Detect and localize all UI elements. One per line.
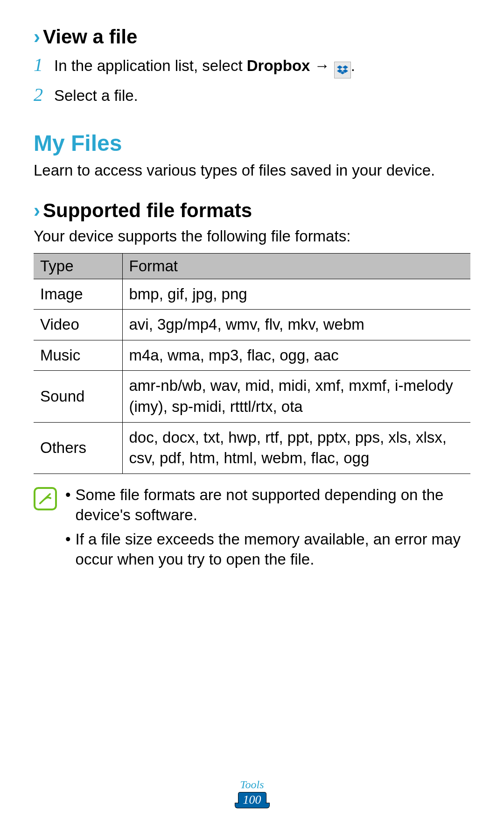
table-row: Video avi, 3gp/mp4, wmv, flv, mkv, webm — [34, 310, 470, 340]
heading-my-files: My Files — [34, 130, 470, 156]
note-list: • Some file formats are not supported de… — [65, 485, 470, 575]
table-row: Music m4a, wma, mp3, flac, ogg, aac — [34, 340, 470, 371]
heading-view-a-file: › View a file — [34, 26, 470, 48]
bullet-icon: • — [65, 485, 71, 525]
heading-text: View a file — [43, 26, 137, 48]
note-icon — [34, 487, 57, 510]
step-number: 1 — [34, 53, 47, 77]
table-row: Image bmp, gif, jpg, png — [34, 279, 470, 310]
footer-section-label: Tools — [0, 778, 504, 791]
chevron-right-icon: › — [34, 26, 40, 48]
dropbox-icon — [334, 62, 351, 78]
page-number: 100 — [238, 792, 266, 808]
file-formats-table: Type Format Image bmp, gif, jpg, png Vid… — [34, 253, 470, 474]
step-number: 2 — [34, 83, 47, 107]
page-footer: Tools 100 — [0, 778, 504, 808]
table-row: Sound amr-nb/wb, wav, mid, midi, xmf, mx… — [34, 371, 470, 422]
step-content: Select a file. — [54, 86, 138, 106]
svg-marker-0 — [337, 65, 343, 69]
steps-list: 1 In the application list, select Dropbo… — [34, 53, 470, 107]
th-type: Type — [34, 253, 122, 279]
heading-supported-formats: › Supported file formats — [34, 199, 470, 222]
table-row: Others doc, docx, txt, hwp, rtf, ppt, pp… — [34, 422, 470, 474]
step-content: In the application list, select Dropbox … — [54, 56, 355, 77]
step-2: 2 Select a file. — [34, 83, 470, 107]
svg-marker-1 — [343, 65, 348, 69]
th-format: Format — [122, 253, 470, 279]
table-header-row: Type Format — [34, 253, 470, 279]
step-1: 1 In the application list, select Dropbo… — [34, 53, 470, 77]
bullet-icon: • — [65, 530, 71, 570]
formats-intro: Your device supports the following file … — [34, 226, 470, 247]
chevron-right-icon: › — [34, 199, 40, 222]
heading-text: Supported file formats — [43, 199, 252, 222]
note-item: • Some file formats are not supported de… — [65, 485, 470, 525]
my-files-intro: Learn to access various types of files s… — [34, 161, 470, 181]
note-block: • Some file formats are not supported de… — [34, 485, 470, 575]
note-item: • If a file size exceeds the memory avai… — [65, 530, 470, 570]
